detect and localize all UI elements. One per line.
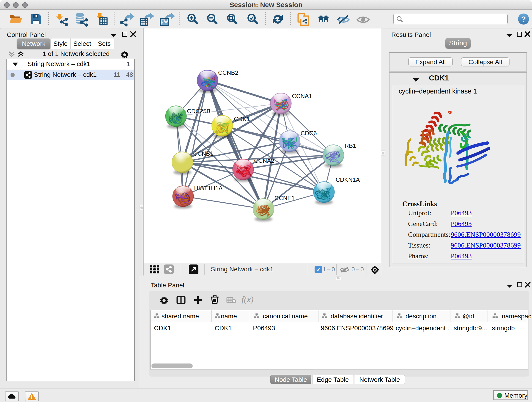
svg-text:CCNA2: CCNA2 bbox=[254, 157, 274, 164]
svg-text:CCNB1: CCNB1 bbox=[193, 150, 213, 157]
svg-text:CCNA1: CCNA1 bbox=[292, 93, 312, 99]
svg-text:CCNB2: CCNB2 bbox=[218, 69, 238, 76]
svg-text:CDC25B: CDC25B bbox=[187, 108, 210, 115]
svg-text:HIST1H1A: HIST1H1A bbox=[194, 185, 223, 191]
svg-text:CDC6: CDC6 bbox=[301, 130, 317, 137]
svg-text:CDKN1A: CDKN1A bbox=[336, 176, 360, 183]
svg-text:CCNE1: CCNE1 bbox=[274, 195, 295, 201]
svg-text:CDK1: CDK1 bbox=[234, 115, 250, 122]
svg-text:RB1: RB1 bbox=[345, 142, 356, 149]
